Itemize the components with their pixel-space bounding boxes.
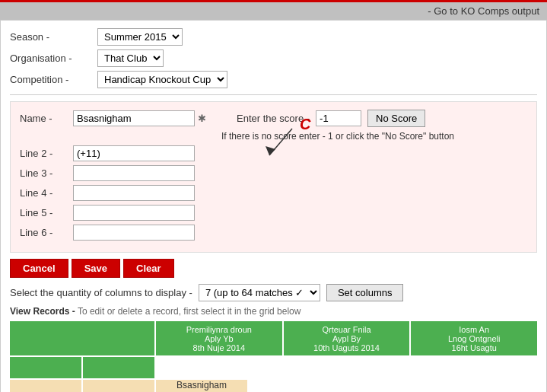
competition-select[interactable]: Handicap Knockout Cup [97,71,227,88]
grid-left-col [10,357,154,392]
grid-header-cell-3[interactable]: Iosm An Lnog Ontgneli 16ht Usagtu [411,321,537,355]
line3-row: Line 3 - [20,165,527,181]
line5-label: Line 5 - [20,207,73,218]
line6-label: Line 6 - [20,227,73,238]
annotation-arrow [254,125,315,163]
grid-header-row: Premiliynra droun Aply Yb 8th Nuje 2014 … [10,321,537,355]
grid-data-cell-name[interactable]: Bsasnigham (+11) [156,380,247,392]
score-input[interactable] [316,110,361,126]
grid-cell-beige-1[interactable] [10,380,81,392]
line6-input[interactable] [73,225,195,241]
line4-input[interactable] [73,185,195,201]
line5-input[interactable] [73,205,195,221]
line4-label: Line 4 - [20,187,73,199]
organisation-label: Organisation - [10,53,97,64]
competition-label: Competition - [10,74,97,85]
grid-right-col: Bsasnigham (+11) [156,357,537,392]
line4-row: Line 4 - [20,185,527,201]
save-button[interactable]: Save [72,259,120,278]
season-label: Season - [10,31,97,43]
set-columns-button[interactable]: Set columns [326,284,404,301]
grid-header-cell-2[interactable]: Qrteuar Fnila Aypl By 10th Uaguts 2014 [284,321,410,355]
columns-label: Select the quantity of columns to displa… [10,287,192,298]
grid-right-row-2: Bsasnigham (+11) [156,380,537,392]
season-row: Season - Summer 2015 [10,28,537,46]
grid-right-row-2-empty [249,380,537,392]
organisation-row: Organisation - That Club [10,49,537,67]
grid-player-name: Bsasnigham [177,380,227,390]
grid-cell-beige-2[interactable] [83,380,154,392]
name-input[interactable] [73,110,195,126]
grid-cell-green-1[interactable] [10,357,81,378]
competition-row: Competition - Handicap Knockout Cup [10,71,537,88]
top-bar: - Go to KO Comps output [0,0,547,20]
ko-comps-link[interactable]: - Go to KO Comps output [428,5,539,17]
grid-data-section: Bsasnigham (+11) [10,357,537,392]
clear-button[interactable]: Clear [123,259,174,278]
name-field-label: Name - [20,113,73,124]
divider-1 [10,94,537,95]
view-records-label: View Records - To edit or delete a recor… [10,306,537,317]
line6-row: Line 6 - [20,225,527,241]
entry-section: C Name - ✱ Enter the score - No Score If… [10,101,537,253]
view-records-hint: To edit or delete a record, first select… [78,306,301,317]
grid-area: Premiliynra droun Aply Yb 8th Nuje 2014 … [10,321,537,392]
grid-row-1 [10,357,154,378]
cancel-button[interactable]: Cancel [10,259,68,278]
columns-row: Select the quantity of columns to displa… [10,284,537,301]
score-label: Enter the score - [237,113,310,124]
action-buttons: Cancel Save Clear [10,259,537,278]
line2-input[interactable] [73,145,195,161]
columns-select[interactable]: 7 (up to 64 matches ✓ [199,284,320,301]
no-score-button[interactable]: No Score [367,110,425,127]
line3-label: Line 3 - [20,167,73,179]
organisation-select[interactable]: That Club [97,49,164,67]
grid-cell-green-2[interactable] [83,357,154,378]
line5-row: Line 5 - [20,205,527,221]
name-star-icon: ✱ [198,113,206,124]
main-content: Season - Summer 2015 Organisation - That… [0,20,547,392]
view-records-title: View Records - [10,306,75,317]
grid-right-row-1 [156,357,537,378]
line3-input[interactable] [73,165,195,181]
line2-label: Line 2 - [20,148,73,159]
grid-header-cell-1[interactable]: Premiliynra droun Aply Yb 8th Nuje 2014 [156,321,282,355]
grid-row-2 [10,380,154,392]
season-select[interactable]: Summer 2015 [97,28,183,46]
grid-header-empty-left [10,321,154,355]
